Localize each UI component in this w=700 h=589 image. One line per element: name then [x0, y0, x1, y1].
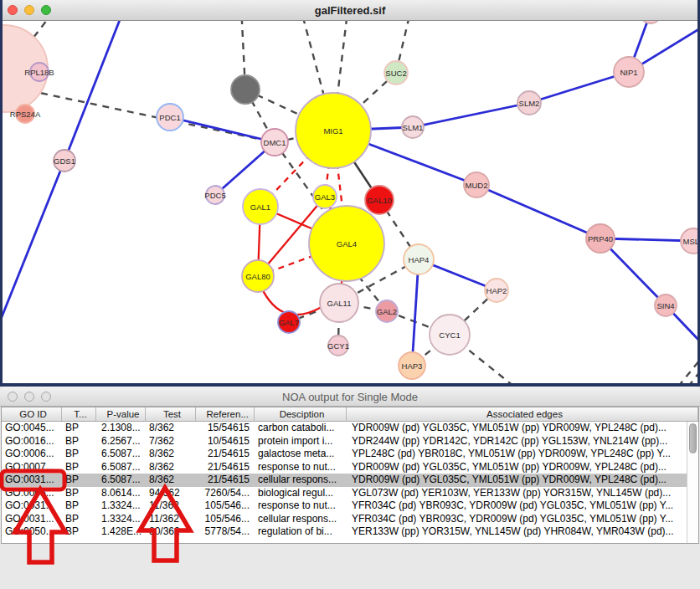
node-label: HAP4	[409, 255, 430, 264]
graph-edge	[412, 259, 419, 366]
node-label: SLM2	[519, 99, 540, 108]
table-cell: 10/54615	[196, 435, 255, 448]
table-cell: 8/362	[146, 448, 196, 461]
table-cell: GO:0031...	[2, 474, 62, 487]
node-label: SLM1	[403, 123, 424, 132]
vertical-scrollbar[interactable]	[687, 422, 698, 543]
table-cell: response to nut...	[255, 461, 347, 474]
table-cell: 11/362	[146, 513, 196, 526]
results-table: GO IDT...P-valueTestReferen...Desciption…	[1, 407, 699, 544]
table-cell: galactose meta...	[255, 448, 347, 461]
table-cell: YPL248C (pd) YBR018C, YML051W (pp) YDR00…	[347, 448, 698, 461]
node-label: GAL80	[245, 272, 270, 281]
table-cell: GO:0031...	[2, 513, 62, 526]
table-cell: 5778/54...	[196, 525, 255, 539]
table-cell: 11/362	[146, 499, 196, 513]
table-cell: BP	[62, 461, 96, 474]
node-label: CYC1	[439, 330, 460, 340]
table-cell: 6.5087...	[96, 474, 146, 487]
table-cell: cellular respons...	[255, 474, 347, 487]
close-button[interactable]	[8, 5, 18, 15]
node-label: DMC1	[264, 138, 286, 147]
table-cell: BP	[62, 448, 96, 461]
node-label: HAP2	[486, 286, 507, 295]
table-row[interactable]: GO:0006...BP6.5087...8/36221/54615galact…	[2, 448, 698, 461]
table-cell: BP	[62, 513, 96, 526]
graph-edge	[413, 103, 529, 127]
node-label: GAL10	[367, 196, 392, 205]
node-label: GDS1	[54, 156, 75, 166]
table-cell: 105/546...	[196, 513, 255, 526]
graph-window: MIG1DMC1PDC1PDC5RPL18BRPS24AGDS1SUC2SLM1…	[0, 0, 700, 387]
table-cell: GO:0006...	[2, 448, 62, 461]
node-label: GAL3	[315, 192, 335, 202]
table-row[interactable]: GO:0031...BP1.3324...11/362105/546...res…	[2, 499, 698, 513]
table-cell: 2.1308...	[96, 422, 146, 435]
table-cell: 21/54615	[196, 461, 255, 474]
table-cell: 105/546...	[196, 499, 255, 513]
column-header[interactable]: Desciption	[255, 407, 347, 421]
table-cell: BP	[62, 499, 96, 513]
node-label: GAL11	[327, 299, 352, 308]
table-cell: 15/54615	[196, 422, 255, 435]
table-cell: 8/362	[146, 474, 196, 487]
table-cell: BP	[62, 487, 96, 500]
node-label: GAL2	[377, 307, 397, 316]
node-label: MIG1	[323, 126, 342, 136]
table-cell: response to nut...	[255, 499, 347, 513]
column-header[interactable]: Associated edges	[347, 407, 698, 421]
table-row[interactable]: GO:0016...BP6.2567...7/36210/54615protei…	[2, 435, 698, 448]
node-label: RPL18B	[24, 68, 54, 77]
table-cell: 6.5087...	[96, 448, 146, 461]
node-label: GAL4	[337, 239, 357, 248]
table-cell: 94/362	[146, 487, 196, 500]
column-header[interactable]: Test	[146, 407, 196, 421]
network-canvas[interactable]: MIG1DMC1PDC1PDC5RPL18BRPS24AGDS1SUC2SLM1…	[0, 0, 700, 383]
node-label: PDC5	[204, 191, 225, 200]
window-title: NOA output for Single Mode	[0, 391, 700, 403]
column-header[interactable]: T...	[62, 407, 96, 421]
graph-edge	[678, 360, 700, 383]
table-cell: 8/362	[146, 422, 196, 435]
table-cell: biological regul...	[255, 487, 347, 500]
table-cell: cellular respons...	[255, 513, 347, 526]
scrollbar-thumb[interactable]	[689, 423, 697, 453]
table-row[interactable]: GO:0045...BP2.1308...8/36215/54615carbon…	[2, 422, 698, 435]
graph-titlebar[interactable]: galFiltered.sif	[0, 0, 700, 21]
table-cell: 1.3324...	[96, 513, 146, 526]
table-header: GO IDT...P-valueTestReferen...Desciption…	[2, 407, 698, 422]
table-cell: YDR244W (pp) YDR142C, YDR142C (pp) YGL15…	[347, 435, 698, 448]
table-cell: YFR034C (pd) YBR093C, YDR009W (pd) YGL03…	[347, 499, 698, 513]
table-cell: BP	[62, 474, 96, 487]
node-label: MUD2	[466, 181, 488, 190]
table-cell: GO:0007...	[2, 461, 62, 474]
table-row[interactable]: GO:0031...BP6.5087...8/36221/54615cellul…	[2, 474, 698, 487]
minimize-button[interactable]	[24, 5, 34, 15]
column-header[interactable]: P-value	[96, 407, 146, 421]
table-cell: YFR034C (pd) YBR093C, YDR009W (pd) YGL03…	[347, 513, 698, 526]
table-cell: GO:0016...	[2, 435, 62, 448]
noa-titlebar[interactable]: NOA output for Single Mode	[0, 387, 700, 407]
table-row[interactable]: GO:0065...BP8.0614...94/3627260/54...bio…	[2, 487, 698, 500]
graph-edge	[476, 185, 600, 238]
graph-edge	[64, 5, 126, 161]
graph-node[interactable]	[231, 75, 260, 104]
table-row[interactable]: GO:0050...BP1.428E...80/3625778/54...reg…	[2, 525, 698, 539]
table-cell: GO:0031...	[2, 499, 62, 513]
zoom-button[interactable]	[41, 5, 51, 15]
column-header[interactable]: Referen...	[196, 407, 255, 421]
table-cell: 8.0614...	[96, 487, 146, 500]
table-cell: 7/362	[146, 435, 196, 448]
node-label: MSL1	[683, 237, 700, 246]
node-label: PDC1	[159, 113, 180, 122]
column-header[interactable]: GO ID	[2, 407, 62, 421]
table-cell: 80/362	[146, 525, 196, 539]
table-cell: GO:0045...	[2, 422, 62, 435]
table-row[interactable]: GO:0007...BP6.5087...8/36221/54615respon…	[2, 461, 698, 474]
table-cell: 6.5087...	[96, 461, 146, 474]
table-row[interactable]: GO:0031...BP1.3324...11/362105/546...cel…	[2, 513, 698, 526]
table-cell: 6.2567...	[96, 435, 146, 448]
table-cell: protein import i...	[255, 435, 347, 448]
node-label: NIP1	[620, 68, 637, 77]
table-cell: GO:0065...	[2, 487, 62, 500]
